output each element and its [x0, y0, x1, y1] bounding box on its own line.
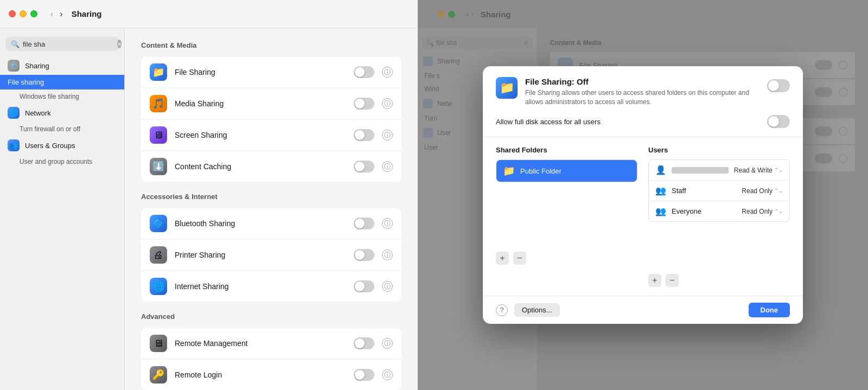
current-user-name-blurred [672, 167, 729, 174]
sidebar-item-firewall[interactable]: Turn firewall on or off [0, 122, 124, 136]
disk-access-label: Allow full disk access for all users [496, 118, 760, 126]
remote-login-icon: 🔑 [150, 366, 167, 383]
modal-title-block: File Sharing: Off File Sharing allows ot… [525, 77, 760, 107]
search-clear-button[interactable]: ✕ [117, 40, 122, 48]
users-icon: 👥 [8, 139, 20, 151]
sidebar-item-user-accounts[interactable]: User and group accounts [0, 155, 124, 169]
sidebar: 🔍 ✕ ⚙️ Sharing File sharing Windows file… [0, 28, 125, 390]
remote-login-info-button[interactable]: ⓘ [382, 369, 393, 380]
users-header: Users [648, 146, 790, 154]
remote-management-icon: 🖥 [150, 335, 167, 352]
screen-sharing-info-button[interactable]: ⓘ [382, 130, 393, 140]
sidebar-item-users-groups[interactable]: 👥 Users & Groups [0, 136, 124, 155]
media-sharing-toggle[interactable] [354, 98, 374, 110]
file-sharing-info-button[interactable]: ⓘ [382, 67, 393, 78]
file-sharing-label: File sharing [8, 78, 44, 86]
staff-name: Staff [672, 187, 736, 195]
printer-label: Printer Sharing [175, 251, 346, 259]
sidebar-item-file-sharing[interactable]: File sharing [0, 75, 124, 89]
current-user-perm-chevron: ⌃⌄ [774, 167, 783, 173]
screen-sharing-label: Screen Sharing [175, 131, 346, 139]
current-user-permission[interactable]: Read & Write ⌃⌄ [734, 167, 783, 174]
media-sharing-label: Media Sharing [175, 99, 346, 108]
minimize-button[interactable] [20, 10, 27, 17]
content-caching-row: ⬇️ Content Caching ⓘ [141, 151, 401, 182]
printer-toggle[interactable] [354, 249, 374, 261]
file-sharing-modal-toggle[interactable] [767, 79, 790, 92]
content-caching-info-button[interactable]: ⓘ [382, 161, 393, 172]
network-label: Network [25, 109, 51, 117]
user-controls: + − [648, 270, 790, 287]
internet-label: Internet Sharing [175, 282, 346, 291]
left-titlebar: ‹ › Sharing [0, 0, 418, 28]
modal-subtitle: File Sharing allows other users to acces… [525, 88, 760, 107]
sidebar-item-sharing[interactable]: ⚙️ Sharing [0, 56, 124, 75]
public-folder-label: Public Folder [520, 167, 630, 175]
current-user-perm-label: Read & Write [734, 167, 773, 174]
public-folder-item[interactable]: 📁 Public Folder [496, 160, 637, 182]
modal-footer: ? Options... Done [483, 296, 803, 324]
internet-toggle[interactable] [354, 280, 374, 292]
accessories-section: 🔷 Bluetooth Sharing ⓘ 🖨 Printer Sharing … [141, 208, 401, 302]
back-button[interactable]: ‹ [48, 8, 55, 20]
modal-icon: 📁 [496, 77, 518, 99]
folder-list: 📁 Public Folder [496, 159, 637, 182]
remove-user-button[interactable]: − [666, 274, 679, 287]
done-button[interactable]: Done [749, 303, 790, 317]
maximize-button[interactable] [30, 10, 37, 17]
help-button[interactable]: ? [496, 304, 508, 316]
sidebar-item-windows-file-sharing[interactable]: Windows file sharing [0, 89, 124, 104]
screen-sharing-toggle[interactable] [354, 129, 374, 141]
media-sharing-info-button[interactable]: ⓘ [382, 98, 393, 109]
folder-icon: 📁 [503, 165, 515, 177]
bluetooth-sharing-row: 🔷 Bluetooth Sharing ⓘ [141, 208, 401, 239]
folder-controls: + − [496, 247, 637, 265]
search-input[interactable] [23, 40, 114, 48]
file-sharing-icon: 📁 [150, 63, 167, 81]
file-sharing-modal: 📁 File Sharing: Off File Sharing allows … [483, 66, 803, 324]
right-window: ‹ › Sharing 🔍 file sha ✕ Sharing File s … [418, 0, 868, 390]
disk-access-row: Allow full disk access for all users [483, 115, 803, 137]
bluetooth-toggle[interactable] [354, 218, 374, 229]
user-icon: 👤 [655, 165, 666, 175]
bluetooth-info-button[interactable]: ⓘ [382, 218, 393, 229]
remote-management-label: Remote Management [175, 339, 346, 348]
disk-access-toggle[interactable] [767, 115, 790, 128]
internet-info-button[interactable]: ⓘ [382, 281, 393, 292]
file-sharing-toggle[interactable] [354, 66, 374, 78]
forward-button[interactable]: › [58, 8, 65, 20]
close-button[interactable] [9, 10, 16, 17]
sidebar-item-network[interactable]: 🌐 Network [0, 104, 124, 122]
search-icon: 🔍 [11, 40, 20, 48]
add-user-button[interactable]: + [648, 274, 661, 287]
printer-info-button[interactable]: ⓘ [382, 250, 393, 260]
advanced-header: Advanced [141, 312, 401, 321]
remote-login-toggle[interactable] [354, 369, 374, 381]
advanced-section: 🖥 Remote Management ⓘ 🔑 Remote Login ⓘ [141, 328, 401, 390]
media-sharing-row: 🎵 Media Sharing ⓘ [141, 88, 401, 119]
options-button[interactable]: Options... [514, 303, 560, 317]
current-user-item[interactable]: 👤 Read & Write ⌃⌄ [649, 160, 789, 181]
remote-management-toggle[interactable] [354, 337, 374, 349]
users-column: Users 👤 Read & Write ⌃⌄ [648, 146, 790, 287]
internet-icon: 🌐 [150, 278, 167, 295]
content-media-header: Content & Media [141, 41, 401, 49]
everyone-item[interactable]: 👥 Everyone Read Only ⌃⌄ [649, 201, 789, 221]
bluetooth-label: Bluetooth Sharing [175, 219, 346, 228]
staff-item[interactable]: 👥 Staff Read Only ⌃⌄ [649, 181, 789, 201]
remove-folder-button[interactable]: − [513, 252, 526, 265]
content-caching-toggle[interactable] [354, 161, 374, 172]
everyone-permission[interactable]: Read Only ⌃⌄ [742, 208, 783, 215]
add-folder-button[interactable]: + [496, 252, 509, 265]
everyone-name: Everyone [672, 207, 736, 215]
remote-management-info-button[interactable]: ⓘ [382, 338, 393, 349]
staff-permission[interactable]: Read Only ⌃⌄ [742, 187, 783, 195]
window-title: Sharing [72, 9, 102, 18]
main-content: Content & Media 📁 File Sharing ⓘ 🎵 Media… [125, 28, 418, 390]
search-bar[interactable]: 🔍 ✕ [5, 37, 119, 51]
bluetooth-icon: 🔷 [150, 215, 167, 232]
modal-overlay: 📁 File Sharing: Off File Sharing allows … [418, 0, 868, 390]
screen-sharing-row: 🖥 Screen Sharing ⓘ [141, 120, 401, 150]
network-icon: 🌐 [8, 107, 20, 119]
traffic-lights [9, 10, 37, 17]
